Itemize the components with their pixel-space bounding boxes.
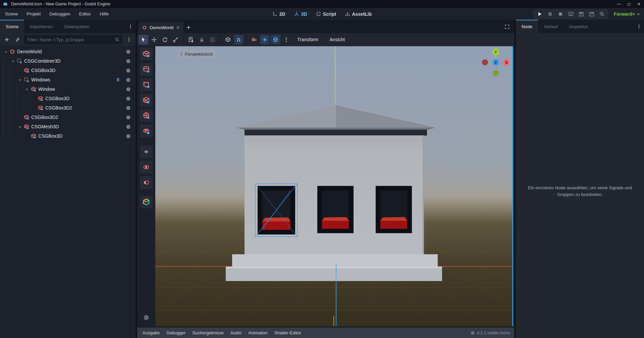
workspace-tab-assetlib[interactable]: AssetLib: [343, 11, 374, 17]
expand-viewport-button[interactable]: [501, 21, 513, 32]
csg-mesh-button[interactable]: [140, 94, 153, 107]
collapse-arrow-icon[interactable]: [10, 58, 16, 64]
bottom-tab-debugger[interactable]: Debugger: [163, 330, 189, 335]
visibility-toggle[interactable]: [125, 76, 131, 83]
add-node-button[interactable]: [3, 36, 11, 44]
collapse-arrow-icon[interactable]: [24, 86, 30, 92]
move-tool-button[interactable]: [149, 35, 159, 45]
dock-menu-icon[interactable]: [635, 20, 643, 33]
maximize-button[interactable]: ◻: [624, 0, 634, 8]
view-perspective-menu[interactable]: Perspektivisch: [177, 50, 217, 58]
tree-row-demoworld[interactable]: DemoWorld: [0, 47, 136, 56]
workspace-tab-3d[interactable]: 3D: [292, 11, 309, 17]
rotate-tool-button[interactable]: [160, 35, 170, 45]
play-remote-button[interactable]: [566, 10, 576, 18]
tree-node-label: Windows: [31, 77, 50, 82]
csg-cylinder-button[interactable]: [140, 63, 153, 76]
csg-box-button[interactable]: [140, 48, 153, 60]
select-tool-button[interactable]: [139, 35, 148, 45]
op-union-button[interactable]: [140, 145, 153, 158]
extra-options-button[interactable]: [281, 35, 291, 45]
bottom-tab-suchergebnisse[interactable]: Suchergebnisse: [189, 330, 227, 335]
workspace-tab-script[interactable]: Script: [314, 11, 338, 17]
tree-row-csgbox3d2[interactable]: CSGBox3D2: [0, 113, 136, 122]
tree-row-csgcombiner3d[interactable]: CSGCombiner3D: [0, 56, 136, 66]
visibility-toggle[interactable]: [125, 95, 131, 102]
bottom-tab-shader-editor[interactable]: Shader-Editor: [271, 330, 305, 335]
filter-nodes-input[interactable]: [27, 37, 113, 43]
dots-menu-icon: [179, 52, 183, 56]
dock-tab-inspektor[interactable]: Inspektor: [564, 20, 594, 33]
play-scene-button[interactable]: [577, 10, 586, 18]
snap-toggle-button[interactable]: [234, 35, 244, 45]
collapse-arrow-icon[interactable]: [3, 49, 9, 55]
visibility-toggle[interactable]: [125, 133, 131, 139]
close-button[interactable]: ✕: [634, 0, 644, 8]
op-intersect-button[interactable]: [140, 161, 153, 174]
visibility-toggle[interactable]: [125, 48, 131, 55]
group-tool-button[interactable]: [208, 35, 217, 45]
collapse-arrow-icon[interactable]: [17, 77, 23, 83]
tree-row-csgbox3d[interactable]: CSGBox3D: [0, 66, 136, 75]
renderer-select[interactable]: Forward+: [614, 11, 641, 17]
instance-scene-button[interactable]: [13, 36, 21, 44]
csg-polygon-button[interactable]: [140, 78, 153, 91]
visibility-toggle[interactable]: [125, 58, 131, 64]
menu-hilfe[interactable]: Hilfe: [95, 11, 113, 16]
godot-logo-icon: [3, 1, 8, 7]
csg-torus-button[interactable]: [140, 125, 153, 137]
sun-toggle-button[interactable]: [260, 35, 270, 45]
menu-projekt[interactable]: Projekt: [22, 11, 45, 16]
settings-gear-button[interactable]: [142, 313, 151, 322]
stop-button[interactable]: [556, 10, 565, 18]
viewport-menu-ansicht[interactable]: Ansicht: [324, 37, 350, 42]
dock-tab-importieren[interactable]: Importieren: [24, 20, 58, 33]
tree-row-csgbox3d[interactable]: CSGBox3D: [0, 131, 136, 141]
tree-row-window[interactable]: Window: [0, 84, 136, 94]
lock-tool-button[interactable]: [197, 35, 207, 45]
scene-tab-demoworld[interactable]: DemoWorld ✕: [139, 22, 183, 33]
bottom-tab-animation[interactable]: Animation: [245, 330, 271, 335]
list-select-tool-button[interactable]: [186, 35, 196, 45]
visibility-toggle[interactable]: [125, 123, 131, 130]
dock-tab-dateisystem[interactable]: Dateisystem: [59, 20, 95, 33]
dock-tab-szene[interactable]: Szene: [0, 20, 24, 33]
dock-tab-node[interactable]: Node: [516, 20, 538, 33]
visibility-toggle[interactable]: [125, 105, 131, 111]
menu-debuggen[interactable]: Debuggen: [45, 11, 74, 16]
rainbow-box-button[interactable]: [140, 196, 153, 208]
menu-szene[interactable]: Szene: [1, 11, 22, 16]
tree-row-csgmesh3d[interactable]: CSGMesh3D: [0, 122, 136, 131]
scene-tree-menu-icon[interactable]: [125, 36, 133, 44]
csg-sphere-button[interactable]: [140, 109, 153, 122]
viewport-menu-transform[interactable]: Transform: [292, 37, 323, 42]
scale-tool-button[interactable]: [171, 35, 180, 45]
viewport-3d[interactable]: Y Z X Perspektivisch: [155, 46, 513, 326]
close-icon[interactable]: ✕: [176, 25, 180, 30]
visibility-toggle[interactable]: [125, 114, 131, 121]
tree-row-windows[interactable]: Windows: [0, 75, 136, 84]
play-custom-scene-button[interactable]: [587, 10, 596, 18]
visibility-toggle[interactable]: [125, 86, 131, 92]
menu-editor[interactable]: Editor: [75, 11, 95, 16]
environment-toggle-button[interactable]: [271, 35, 280, 45]
tree-row-csgbox3d2[interactable]: CSGBox3D2: [0, 103, 136, 113]
collapse-arrow-icon[interactable]: [17, 124, 23, 130]
visibility-toggle[interactable]: [125, 67, 131, 74]
op-subtract-button[interactable]: [140, 176, 153, 189]
tree-row-csgbox3d[interactable]: CSGBox3D: [0, 94, 136, 103]
script-attached-icon[interactable]: [115, 77, 121, 83]
local-space-toggle-button[interactable]: [223, 35, 233, 45]
play-button[interactable]: [535, 10, 544, 18]
csg-combiner-icon: [23, 77, 29, 83]
bottom-tab-ausgabe[interactable]: Ausgabe: [139, 330, 163, 335]
movie-maker-button[interactable]: [597, 10, 607, 18]
minimize-button[interactable]: —: [614, 0, 624, 8]
pause-button[interactable]: [545, 10, 555, 18]
camera-preview-button[interactable]: [249, 35, 259, 45]
new-scene-tab-button[interactable]: [183, 22, 194, 33]
dock-tab-verlauf[interactable]: Verlauf: [538, 20, 564, 33]
workspace-tab-2d[interactable]: 2D: [270, 11, 287, 17]
dock-menu-icon[interactable]: [127, 20, 134, 33]
bottom-tab-audio[interactable]: Audio: [227, 330, 245, 335]
